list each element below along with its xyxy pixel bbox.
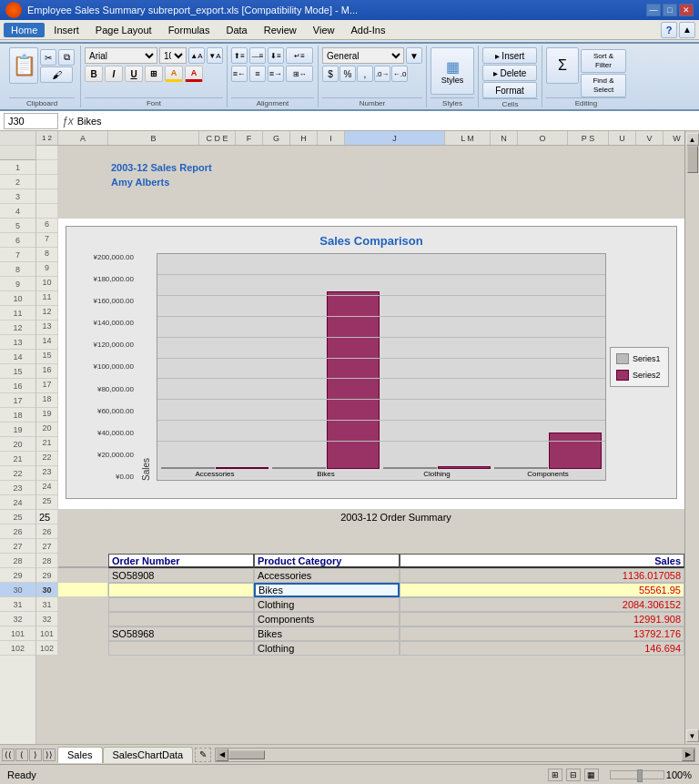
col-header-N[interactable]: N	[491, 131, 518, 145]
cell-1-N[interactable]	[491, 146, 518, 160]
cell-1-C[interactable]	[199, 146, 236, 160]
cell-5-12[interactable]	[36, 204, 58, 219]
h-scrollbar-thumb[interactable]	[228, 750, 265, 759]
cell-101-num[interactable]: 101	[36, 626, 58, 641]
cell-32-sales[interactable]: 12991.908	[400, 612, 684, 626]
font-size-select[interactable]: 10	[159, 47, 187, 64]
decrease-decimal-button[interactable]: ←.0	[391, 66, 408, 82]
cell-1-O[interactable]	[518, 146, 568, 160]
cell-29-num[interactable]: 29	[36, 568, 58, 583]
col-header-LM[interactable]: L M	[445, 131, 491, 145]
cell-1-P[interactable]	[568, 146, 609, 160]
insert-sheet-btn[interactable]: ✎	[195, 748, 211, 762]
zoom-slider-thumb[interactable]	[637, 769, 643, 782]
align-center-button[interactable]: ≡	[249, 66, 266, 82]
menu-home[interactable]: Home	[4, 23, 45, 37]
number-format-select[interactable]: General	[322, 47, 404, 64]
scrollbar-down-btn[interactable]: ▼	[686, 729, 699, 742]
row-17-header[interactable]: 17	[0, 393, 35, 408]
menu-review[interactable]: Review	[257, 23, 304, 37]
cell-31-order[interactable]	[108, 597, 254, 612]
menu-data[interactable]: Data	[218, 23, 254, 37]
tab-next-btn[interactable]: ⟩	[29, 748, 42, 761]
cell-30-A[interactable]	[58, 583, 108, 597]
menu-insert[interactable]: Insert	[46, 23, 86, 37]
border-button[interactable]: ⊞	[145, 66, 163, 82]
row-31-header[interactable]: 31	[0, 597, 35, 612]
cell-101-A[interactable]	[58, 626, 108, 641]
align-left-button[interactable]: ≡←	[231, 66, 248, 82]
cell-27-rest[interactable]	[58, 539, 684, 554]
sort-filter-button[interactable]: Sort &Filter	[581, 49, 626, 73]
row-20-header[interactable]: 20	[0, 437, 35, 452]
cell-2-12[interactable]	[36, 160, 58, 175]
row-22-header[interactable]: 22	[0, 466, 35, 481]
row-16-header[interactable]: 16	[0, 379, 35, 393]
row-8-header[interactable]: 8	[0, 262, 35, 277]
col-header-V[interactable]: V	[636, 131, 664, 145]
cell-31-num[interactable]: 31	[36, 597, 58, 612]
col-header-W[interactable]: W	[664, 131, 684, 145]
row-102-header[interactable]: 102	[0, 641, 35, 656]
row-4-header[interactable]: 4	[0, 204, 35, 219]
cell-25-A[interactable]	[58, 510, 108, 524]
row-27-header[interactable]: 27	[0, 539, 35, 554]
cell-2-A[interactable]	[58, 160, 108, 175]
cell-29-sales[interactable]: 1136.017058	[400, 568, 684, 583]
page-layout-btn[interactable]: ⊟	[566, 769, 581, 781]
cell-101-sales[interactable]: 13792.176	[400, 626, 684, 641]
cell-29-category[interactable]: Accessories	[254, 568, 400, 583]
cell-30-sales[interactable]: 55561.95	[400, 583, 684, 597]
align-right-button[interactable]: ≡→	[268, 66, 284, 82]
cell-1-G[interactable]	[318, 146, 345, 160]
col-header-I[interactable]: I	[318, 131, 345, 145]
cell-1-L[interactable]	[445, 146, 491, 160]
increase-decimal-button[interactable]: .0→	[374, 66, 390, 82]
minimize-button[interactable]: —	[646, 4, 661, 16]
close-button[interactable]: ✕	[679, 4, 694, 16]
formula-content[interactable]: Bikes	[77, 116, 695, 127]
wrap-text-button[interactable]: ↵≡	[286, 47, 313, 64]
row-19-header[interactable]: 19	[0, 423, 35, 437]
cell-27-12[interactable]: 27	[36, 539, 58, 554]
menu-page-layout[interactable]: Page Layout	[88, 23, 159, 37]
cell-1-A[interactable]	[58, 146, 108, 160]
col-header-B[interactable]: B	[108, 131, 199, 145]
vertical-scrollbar[interactable]: ▲ ▼	[684, 131, 699, 744]
cell-101-order[interactable]: SO58968	[108, 626, 254, 641]
col-header-F[interactable]: F	[236, 131, 263, 145]
menu-formulas[interactable]: Formulas	[161, 23, 218, 37]
col-header-J[interactable]: J	[345, 131, 445, 145]
styles-button[interactable]: ▦ Styles	[431, 47, 474, 95]
align-top-button[interactable]: ⬆≡	[231, 47, 248, 64]
row-7-header[interactable]: 7	[0, 248, 35, 262]
copy-button[interactable]: ⧉	[58, 49, 75, 66]
cell-26-rest[interactable]	[58, 524, 684, 539]
cell-3-12[interactable]	[36, 175, 58, 189]
cell-1-F[interactable]	[290, 146, 318, 160]
delete-button[interactable]: ▸ Delete	[482, 65, 537, 81]
cell-1-rest[interactable]	[609, 146, 684, 160]
bold-button[interactable]: B	[85, 66, 103, 82]
row-1-header[interactable]: 1	[0, 160, 35, 175]
row-26-header[interactable]: 26	[0, 524, 35, 539]
scrollbar-thumb[interactable]	[687, 146, 698, 173]
font-color-button[interactable]: A	[185, 66, 203, 82]
page-break-btn[interactable]: ▦	[584, 769, 599, 781]
col-header-O[interactable]: O	[518, 131, 568, 145]
cell-2-B[interactable]: 2003-12 Sales Report	[108, 160, 381, 175]
sum-button[interactable]: Σ	[546, 47, 579, 84]
cell-5-rest[interactable]	[58, 204, 684, 219]
row-11-header[interactable]: 11	[0, 306, 35, 321]
col-header-H[interactable]: H	[290, 131, 318, 145]
cut-button[interactable]: ✂	[40, 49, 56, 66]
cell-32-A[interactable]	[58, 612, 108, 626]
cell-4-12[interactable]	[36, 189, 58, 204]
cell-1-E[interactable]	[263, 146, 290, 160]
help-button[interactable]: ?	[661, 22, 677, 38]
cell-1-12[interactable]	[36, 146, 58, 160]
cell-28-num[interactable]: 28	[36, 554, 58, 568]
number-format-dropdown[interactable]: ▼	[406, 47, 422, 64]
row-21-header[interactable]: 21	[0, 452, 35, 466]
tab-last-btn[interactable]: ⟩⟩	[43, 748, 56, 761]
